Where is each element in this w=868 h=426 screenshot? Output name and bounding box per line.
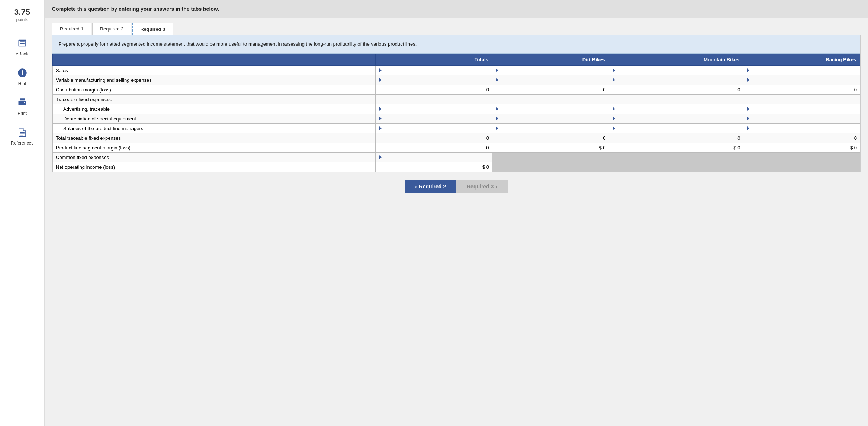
income-table: Totals Dirt Bikes Mountain Bikes Racing …: [52, 54, 860, 172]
arrow-icon: [379, 107, 382, 111]
variable-totals-input[interactable]: [383, 77, 489, 83]
header-racing-bikes: Racing Bikes: [743, 54, 860, 65]
arrow-icon: [379, 68, 382, 72]
common-fixed-totals-cell[interactable]: [376, 152, 492, 162]
arrow-icon: [496, 68, 498, 72]
traceable-header-dirt: [492, 94, 609, 104]
advertising-racing-input[interactable]: [751, 106, 857, 112]
advertising-racing-cell[interactable]: [743, 104, 860, 114]
segment-margin-label: Product line segment margin (loss): [53, 143, 376, 152]
sales-label: Sales: [53, 65, 376, 75]
traceable-header-racing: [743, 94, 860, 104]
depreciation-mountain-input[interactable]: [617, 116, 740, 122]
advertising-label: Advertising, traceable: [53, 104, 376, 114]
advertising-dirt-cell[interactable]: [492, 104, 609, 114]
net-operating-label: Net operating income (loss): [53, 162, 376, 172]
arrow-icon: [747, 107, 749, 111]
variable-mountain-input[interactable]: [617, 77, 740, 83]
depreciation-racing-input[interactable]: [751, 116, 857, 122]
arrow-icon: [613, 117, 615, 120]
table-row-total-traceable: Total traceable fixed expenses 0 0 0 0: [53, 133, 860, 143]
table-row-traceable-header: Traceable fixed expenses:: [53, 94, 860, 104]
arrow-icon: [747, 68, 749, 72]
description-text: Prepare a properly formatted segmented i…: [58, 41, 417, 47]
print-icon: [16, 96, 29, 109]
ebook-label: eBook: [16, 51, 28, 57]
contribution-totals-cell: 0: [376, 85, 492, 94]
sales-dirt-cell[interactable]: [492, 65, 609, 75]
advertising-totals-input[interactable]: [383, 106, 489, 112]
depreciation-totals-cell[interactable]: [376, 114, 492, 123]
hint-icon: [16, 66, 29, 80]
instruction-bar: Complete this question by entering your …: [45, 0, 868, 18]
variable-racing-input[interactable]: [751, 77, 857, 83]
sidebar-item-print[interactable]: Print: [0, 93, 44, 119]
segment-margin-mountain: $ 0: [609, 143, 743, 152]
advertising-mountain-input[interactable]: [617, 106, 740, 112]
depreciation-dirt-cell[interactable]: [492, 114, 609, 123]
arrow-icon: [496, 78, 498, 82]
total-traceable-label: Total traceable fixed expenses: [53, 133, 376, 143]
instruction-text: Complete this question by entering your …: [52, 6, 219, 12]
depreciation-totals-input[interactable]: [383, 116, 489, 122]
segment-margin-dirt: $ 0: [492, 143, 609, 152]
depreciation-mountain-cell[interactable]: [609, 114, 743, 123]
sidebar: 3.75 points eBook Hint Print: [0, 0, 45, 426]
sales-mountain-cell[interactable]: [609, 65, 743, 75]
total-traceable-dirt: 0: [492, 133, 609, 143]
tab-required2[interactable]: Required 2: [92, 23, 132, 35]
sales-totals-cell[interactable]: [376, 65, 492, 75]
sales-dirt-input[interactable]: [500, 68, 606, 73]
nav-buttons: ‹ Required 2 Required 3 ›: [45, 172, 868, 201]
content-area: Prepare a properly formatted segmented i…: [52, 35, 861, 172]
variable-totals-cell[interactable]: [376, 75, 492, 85]
salaries-label: Salaries of the product line managers: [53, 123, 376, 133]
sales-mountain-input[interactable]: [617, 68, 740, 73]
description-box: Prepare a properly formatted segmented i…: [52, 35, 860, 54]
traceable-header-label: Traceable fixed expenses:: [53, 94, 376, 104]
hint-label: Hint: [18, 81, 26, 86]
tab-required3[interactable]: Required 3: [132, 23, 173, 35]
salaries-dirt-input[interactable]: [500, 126, 606, 131]
arrow-icon: [379, 155, 382, 159]
table-row-variable: Variable manufacturing and selling expen…: [53, 75, 860, 85]
salaries-racing-input[interactable]: [751, 126, 857, 131]
advertising-dirt-input[interactable]: [500, 106, 606, 112]
salaries-totals-input[interactable]: [383, 126, 489, 131]
sales-racing-input[interactable]: [751, 68, 857, 73]
sidebar-item-hint[interactable]: Hint: [0, 63, 44, 89]
prev-button[interactable]: ‹ Required 2: [405, 180, 456, 193]
header-mountain-bikes: Mountain Bikes: [609, 54, 743, 65]
tab-required1[interactable]: Required 1: [52, 23, 91, 35]
header-label: [53, 54, 376, 65]
salaries-totals-cell[interactable]: [376, 123, 492, 133]
sidebar-item-references[interactable]: References: [0, 123, 44, 149]
common-fixed-racing: [743, 152, 860, 162]
arrow-icon: [496, 117, 498, 120]
variable-dirt-input[interactable]: [500, 77, 606, 83]
sidebar-item-ebook[interactable]: eBook: [0, 33, 44, 59]
variable-mountain-cell[interactable]: [609, 75, 743, 85]
advertising-totals-cell[interactable]: [376, 104, 492, 114]
dollar-sign: $: [850, 145, 854, 151]
variable-racing-cell[interactable]: [743, 75, 860, 85]
sales-racing-cell[interactable]: [743, 65, 860, 75]
salaries-mountain-input[interactable]: [617, 126, 740, 131]
references-label: References: [11, 141, 33, 146]
depreciation-racing-cell[interactable]: [743, 114, 860, 123]
arrow-icon: [379, 117, 382, 120]
common-fixed-input[interactable]: [383, 155, 489, 160]
references-icon: [16, 126, 29, 139]
header-totals: Totals: [376, 54, 492, 65]
variable-dirt-cell[interactable]: [492, 75, 609, 85]
salaries-dirt-cell[interactable]: [492, 123, 609, 133]
advertising-mountain-cell[interactable]: [609, 104, 743, 114]
salaries-racing-cell[interactable]: [743, 123, 860, 133]
table-row-common-fixed: Common fixed expenses: [53, 152, 860, 162]
depreciation-dirt-input[interactable]: [500, 116, 606, 122]
next-button[interactable]: Required 3 ›: [456, 180, 508, 193]
salaries-mountain-cell[interactable]: [609, 123, 743, 133]
common-fixed-label: Common fixed expenses: [53, 152, 376, 162]
sales-totals-input[interactable]: [383, 68, 489, 73]
arrow-icon: [613, 107, 615, 111]
